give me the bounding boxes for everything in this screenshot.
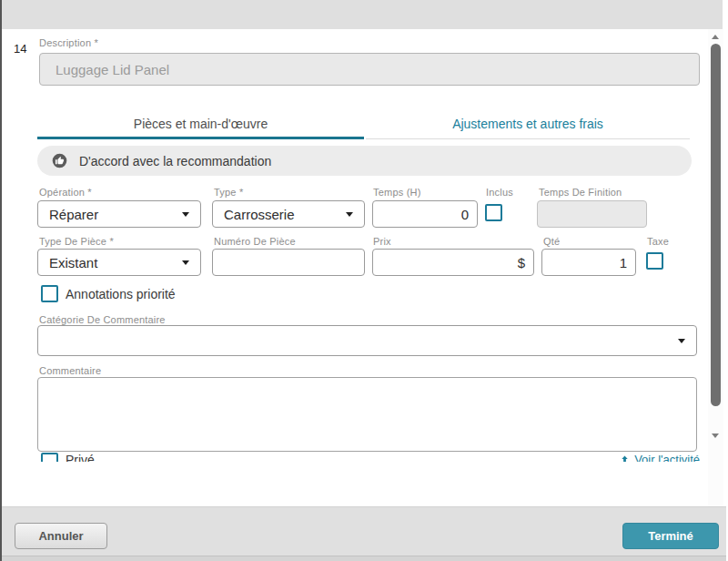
scroll-up-icon[interactable] (712, 35, 719, 39)
cancel-button-label: Annuler (38, 529, 83, 543)
finish-time-label: Temps De Finition (539, 187, 622, 198)
part-type-select[interactable]: Existant (37, 249, 201, 276)
priority-annotations-label: Annotations priorité (66, 287, 176, 301)
qty-label: Qté (543, 236, 560, 247)
cancel-button[interactable]: Annuler (15, 523, 107, 549)
chevron-down-icon (346, 212, 353, 217)
qty-value: 1 (620, 255, 627, 270)
tab-divider (366, 138, 690, 139)
recommendation-banner[interactable]: D'accord avec la recommandation (37, 146, 692, 176)
tax-label: Taxe (647, 236, 669, 247)
operation-label: Opération * (39, 187, 92, 198)
recommendation-banner-text: D'accord avec la recommandation (79, 154, 271, 168)
chevron-down-icon (182, 212, 189, 217)
done-button[interactable]: Terminé (622, 523, 719, 549)
thumb-up-circle-icon (52, 153, 67, 168)
hours-value: 0 (461, 207, 469, 222)
type-label: Type * (214, 187, 243, 198)
clipped-bottom-row: Privé Voir l'activité (37, 453, 702, 462)
price-input[interactable]: $ (372, 249, 534, 276)
edit-estimate-line-dialog: 14 Description * Luggage Lid Panel Pièce… (0, 0, 728, 561)
tab-parts-labor[interactable]: Pièces et main-d'œuvre (37, 111, 364, 137)
included-label: Inclus (486, 187, 513, 198)
footer-bottom-strip (2, 556, 726, 561)
comment-textarea[interactable] (37, 377, 697, 452)
comment-label: Commentaire (39, 365, 101, 376)
row-number: 14 (14, 42, 26, 56)
hours-label: Temps (H) (373, 187, 421, 198)
description-input: Luggage Lid Panel (39, 53, 700, 86)
type-select[interactable]: Carrosserie (212, 200, 365, 228)
comment-category-select[interactable] (37, 325, 697, 356)
tab-adjustments-label: Ajustements et autres frais (452, 117, 603, 131)
price-currency-suffix: $ (518, 255, 525, 270)
activity-link-label: Voir l'activité (634, 453, 700, 462)
dialog-footer: Annuler Terminé (2, 506, 726, 561)
done-button-label: Terminé (648, 529, 693, 543)
window-left-edge (0, 0, 2, 561)
chevron-down-icon (182, 260, 189, 265)
type-value: Carrosserie (224, 207, 346, 222)
scrollbar[interactable] (708, 29, 723, 506)
tab-parts-labor-label: Pièces et main-d'œuvre (134, 117, 268, 131)
finish-time-input (537, 200, 647, 228)
price-label: Prix (373, 236, 391, 247)
comment-category-label: Catégorie De Commentaire (39, 314, 166, 325)
hours-input[interactable]: 0 (372, 200, 478, 228)
scrollbar-thumb[interactable] (711, 44, 721, 406)
dialog-header (2, 0, 723, 29)
operation-select[interactable]: Réparer (37, 200, 201, 228)
private-checkbox[interactable] (41, 453, 58, 462)
tab-adjustments[interactable]: Ajustements et autres frais (364, 111, 692, 137)
part-type-value: Existant (49, 255, 182, 270)
operation-value: Réparer (49, 207, 182, 222)
part-number-label: Numéro De Pièce (214, 236, 296, 247)
tax-checkbox[interactable] (646, 252, 663, 270)
part-type-label: Type De Pièce * (39, 236, 114, 247)
description-value: Luggage Lid Panel (56, 62, 169, 77)
active-tab-underline (37, 137, 364, 139)
activity-icon (620, 454, 630, 462)
activity-link[interactable]: Voir l'activité (620, 453, 700, 462)
description-label: Description * (39, 37, 98, 48)
priority-annotations-checkbox[interactable] (41, 285, 58, 302)
included-checkbox[interactable] (485, 204, 502, 221)
scroll-down-icon[interactable] (712, 434, 719, 438)
part-number-input[interactable] (212, 249, 365, 276)
chevron-down-icon (678, 339, 685, 343)
qty-input[interactable]: 1 (541, 249, 636, 276)
private-label: Privé (66, 453, 95, 462)
